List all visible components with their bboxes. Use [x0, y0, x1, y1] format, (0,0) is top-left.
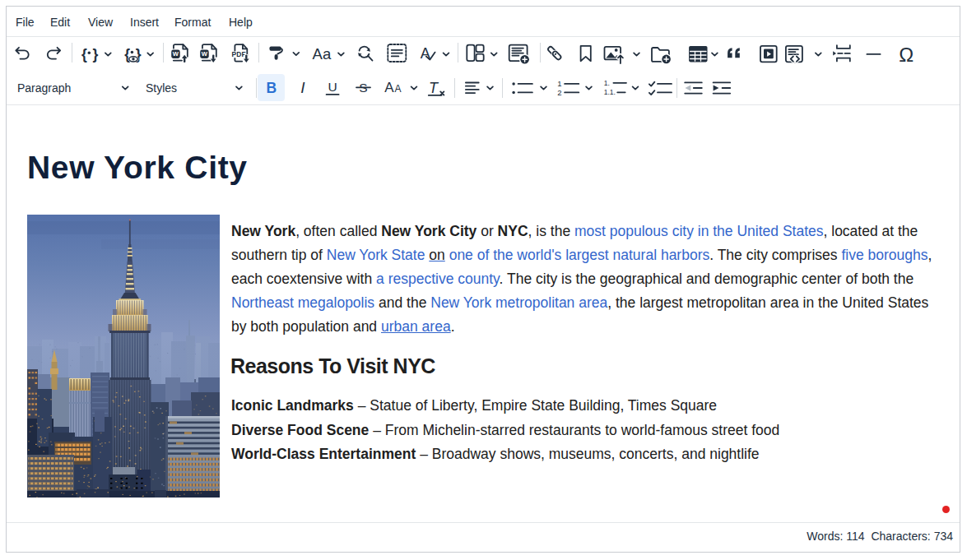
- svg-text:Aa: Aa: [313, 45, 332, 62]
- svg-text:Ω: Ω: [899, 44, 914, 66]
- svg-text:}: }: [93, 46, 99, 62]
- svg-text:W: W: [202, 50, 208, 58]
- svg-text:B: B: [266, 80, 277, 96]
- svg-text:T: T: [429, 80, 439, 96]
- svg-text:1.: 1.: [604, 79, 610, 87]
- svg-text:{: {: [81, 46, 87, 62]
- svg-text:I: I: [300, 79, 305, 96]
- svg-text:W: W: [173, 50, 179, 58]
- svg-text:1.1.: 1.1.: [604, 88, 616, 96]
- svg-text:A: A: [395, 83, 402, 95]
- svg-text:A: A: [384, 80, 394, 95]
- svg-text:U: U: [328, 80, 337, 94]
- svg-text:2: 2: [557, 88, 561, 97]
- svg-text:1: 1: [557, 79, 561, 88]
- svg-text:PDF: PDF: [232, 50, 246, 58]
